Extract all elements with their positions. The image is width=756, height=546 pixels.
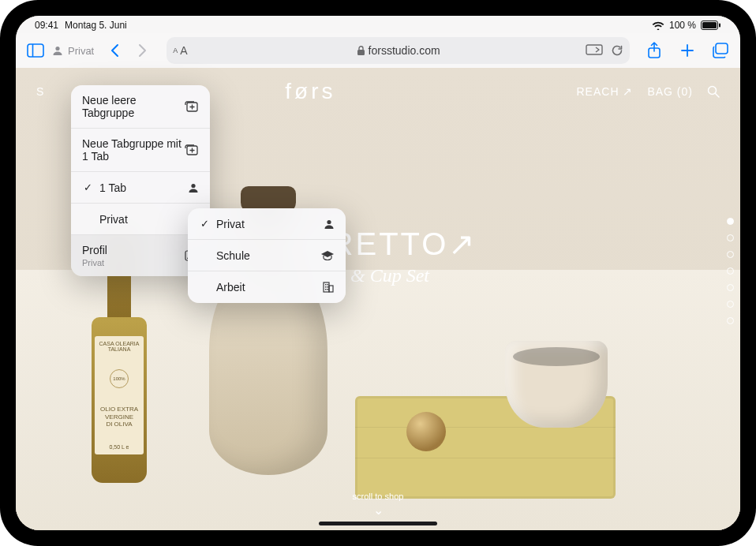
oil-label: CASA OLEARIA TALIANA 100% OLIO EXTRA VER… [95, 336, 144, 454]
screen: 09:41 Montag 5. Juni 100 % Privat [16, 16, 740, 530]
menu-label: Neue Tabgruppe mit [82, 137, 182, 150]
check-icon: ✓ [199, 218, 210, 230]
status-date: Montag 5. Juni [65, 20, 127, 31]
menu-label: Neue leere Tabgruppe [82, 94, 185, 119]
private-indicator[interactable]: Privat [52, 39, 94, 62]
dot-2[interactable] [727, 234, 734, 241]
menu-label: 1 Tab [99, 181, 126, 194]
dot-5[interactable] [727, 284, 734, 291]
profile-label: Privat [216, 218, 245, 230]
svg-point-14 [191, 183, 195, 187]
svg-rect-22 [325, 284, 327, 286]
svg-rect-6 [357, 50, 365, 55]
svg-rect-24 [325, 286, 327, 288]
sidebar-button[interactable] [24, 39, 47, 62]
battery-pct: 100 % [669, 20, 696, 31]
status-time: 09:41 [35, 20, 58, 31]
profile-item-privat[interactable]: ✓Privat [188, 208, 346, 240]
svg-rect-27 [327, 289, 329, 290]
forward-button[interactable] [130, 39, 154, 62]
site-search-icon[interactable] [707, 85, 720, 98]
menu-new-group-with-tab[interactable]: Neue Tabgruppe mit 1 Tab [71, 129, 210, 172]
svg-rect-7 [586, 45, 602, 54]
oil-seal: 100% [110, 369, 129, 388]
new-tab-button[interactable] [676, 39, 699, 62]
lock-icon [357, 46, 365, 56]
profile-submenu: ✓Privat Schule Arbeit [188, 208, 346, 303]
oil-brand: CASA OLEARIA TALIANA [97, 341, 141, 352]
menu-new-empty-group[interactable]: Neue leere Tabgruppe [71, 85, 210, 129]
person-icon [324, 219, 335, 230]
profile-label: Schule [216, 249, 250, 262]
back-button[interactable] [103, 39, 127, 62]
scroll-cue[interactable]: scroll to shop ⌄ [353, 492, 404, 518]
status-bar: 09:41 Montag 5. Juni 100 % [16, 16, 740, 33]
share-button[interactable] [642, 39, 666, 62]
person-icon [188, 182, 199, 193]
tabgroup-add-icon [185, 100, 199, 113]
hero-sub-text: & Cup Set [350, 265, 429, 286]
ipad-frame: 09:41 Montag 5. Juni 100 % Privat [0, 0, 756, 546]
address-domain: forsstudio.com [369, 44, 440, 57]
profile-item-schule[interactable]: Schule [188, 240, 346, 271]
menu-label-line2: 1 Tab [82, 150, 109, 163]
profile-label: Arbeit [216, 281, 245, 294]
dot-3[interactable] [727, 251, 734, 258]
scroll-text: scroll to shop [353, 492, 404, 501]
private-label: Privat [68, 45, 94, 57]
tabs-button[interactable] [709, 39, 732, 62]
svg-rect-3 [28, 44, 43, 57]
svg-point-19 [327, 219, 331, 223]
wifi-icon [652, 21, 664, 30]
svg-rect-26 [325, 289, 327, 290]
extensions-icon[interactable] [586, 44, 603, 57]
dot-6[interactable] [727, 301, 734, 308]
chevron-down-icon: ⌄ [353, 503, 404, 518]
building-icon [322, 282, 335, 293]
address-bar[interactable]: AA forsstudio.com [167, 37, 630, 64]
menu-label: Profil [82, 244, 107, 256]
home-indicator[interactable] [319, 522, 437, 525]
svg-rect-23 [327, 284, 329, 286]
dot-4[interactable] [727, 267, 734, 275]
reload-button[interactable] [611, 44, 623, 57]
tabgroup-add-icon [185, 144, 199, 156]
photo-fruit [406, 412, 446, 451]
menu-sublabel: Privat [82, 258, 107, 267]
svg-rect-2 [719, 24, 720, 28]
svg-rect-9 [716, 43, 728, 54]
browser-toolbar: Privat AA forsstudio.com [16, 33, 740, 68]
site-reach-link[interactable]: REACH ↗ [577, 85, 634, 98]
site-logo[interactable]: førs [285, 79, 335, 104]
svg-rect-1 [702, 22, 717, 28]
svg-line-11 [715, 94, 719, 98]
dot-1[interactable] [727, 218, 734, 225]
gradcap-icon [320, 250, 335, 261]
carousel-dots[interactable] [727, 218, 734, 324]
site-nav-left[interactable]: S [36, 85, 44, 98]
svg-rect-21 [329, 286, 333, 292]
dot-7[interactable] [727, 317, 734, 324]
svg-point-5 [55, 47, 59, 50]
reader-aa-button[interactable]: AA [173, 44, 187, 57]
menu-label: Privat [99, 213, 128, 226]
oil-desc: OLIO EXTRA VERGINE DI OLIVA [97, 406, 141, 428]
battery-icon [701, 21, 721, 30]
svg-rect-25 [327, 286, 329, 288]
profile-item-arbeit[interactable]: Arbeit [188, 271, 346, 303]
site-bag-link[interactable]: BAG (0) [647, 85, 693, 98]
photo-cup [505, 341, 608, 428]
check-icon: ✓ [82, 181, 93, 193]
oil-size: 0,50 L e [97, 444, 141, 450]
hero-arrow-icon: ↗ [448, 226, 477, 261]
menu-one-tab[interactable]: ✓1 Tab [71, 172, 210, 204]
